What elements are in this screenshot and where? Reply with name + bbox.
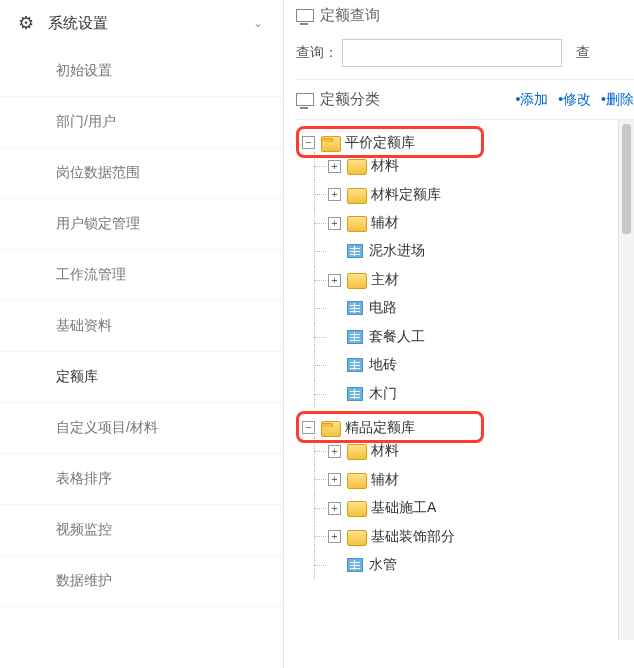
sidebar-item[interactable]: 视频监控: [0, 505, 283, 556]
tree-node: +基础装饰部分: [328, 522, 634, 551]
sidebar-item[interactable]: 定额库: [0, 352, 283, 403]
sidebar-item[interactable]: 工作流管理: [0, 250, 283, 301]
sidebar-item-label: 部门/用户: [56, 113, 116, 129]
sidebar-item[interactable]: 部门/用户: [0, 97, 283, 148]
tree-node-label: 地砖: [369, 356, 397, 374]
tree-node-row[interactable]: +基础施工A: [328, 499, 436, 517]
link-edit[interactable]: •修改: [558, 91, 591, 107]
tree-node-row[interactable]: 电路: [328, 299, 397, 317]
search-button[interactable]: 查: [576, 44, 590, 62]
sidebar-item-label: 表格排序: [56, 470, 112, 486]
tree-node: 电路: [328, 294, 634, 323]
tree-node-label: 材料: [371, 157, 399, 175]
sidebar-item-label: 工作流管理: [56, 266, 126, 282]
expand-icon[interactable]: +: [328, 530, 341, 543]
sidebar-item[interactable]: 自定义项目/材料: [0, 403, 283, 454]
folder-icon: [347, 159, 365, 173]
tree-node-row[interactable]: +辅材: [328, 214, 399, 232]
toggle-blank: [328, 302, 341, 315]
tree-node-label: 水管: [369, 556, 397, 574]
toggle-blank: [328, 558, 341, 571]
sidebar-item[interactable]: 初始设置: [0, 46, 283, 97]
tree-node: +主材: [328, 266, 634, 295]
tree-node: +材料定额库: [328, 180, 634, 209]
sidebar-item-label: 视频监控: [56, 521, 112, 537]
sidebar-item-label: 岗位数据范围: [56, 164, 140, 180]
tree-node-row[interactable]: +材料定额库: [328, 186, 441, 204]
tree-node: 地砖: [328, 351, 634, 380]
link-add[interactable]: •添加: [516, 91, 549, 107]
sidebar-item-label: 基础资料: [56, 317, 112, 333]
toggle-blank: [328, 330, 341, 343]
link-delete[interactable]: •删除: [601, 91, 634, 107]
expand-icon[interactable]: +: [328, 274, 341, 287]
sidebar-item[interactable]: 基础资料: [0, 301, 283, 352]
folder-icon: [347, 473, 365, 487]
main-panel: 定额查询 查询： 查 定额分类 •添加 •修改 •删除 −平价定额库+材料+材料…: [284, 0, 634, 668]
tree-node-row[interactable]: 泥水进场: [328, 242, 425, 260]
sidebar-item-label: 初始设置: [56, 62, 112, 78]
query-title-label: 定额查询: [320, 6, 380, 25]
tree-node-row[interactable]: 水管: [328, 556, 397, 574]
tree-node-label: 电路: [369, 299, 397, 317]
sidebar-header-label: 系统设置: [48, 14, 108, 33]
file-icon: [347, 358, 363, 372]
tree-node: +辅材: [328, 209, 634, 238]
file-icon: [347, 244, 363, 258]
sidebar-item[interactable]: 用户锁定管理: [0, 199, 283, 250]
search-label: 查询：: [296, 44, 338, 62]
tree-node-row[interactable]: 地砖: [328, 356, 397, 374]
tree-node: −平价定额库+材料+材料定额库+辅材泥水进场+主材电路套餐人工地砖木门: [302, 128, 634, 413]
tree-node-label: 套餐人工: [369, 328, 425, 346]
tree-node: +材料: [328, 437, 634, 466]
sidebar-item[interactable]: 数据维护: [0, 556, 283, 607]
tree-node-row[interactable]: 套餐人工: [328, 328, 425, 346]
sidebar-item[interactable]: 表格排序: [0, 454, 283, 505]
tree-node: +辅材: [328, 465, 634, 494]
tree-node-label: 材料定额库: [371, 186, 441, 204]
collapse-icon[interactable]: −: [302, 421, 315, 434]
sidebar-item[interactable]: 岗位数据范围: [0, 148, 283, 199]
folder-icon: [347, 530, 365, 544]
tree-node-row[interactable]: −精品定额库: [302, 419, 415, 437]
search-input[interactable]: [342, 39, 562, 67]
sidebar: ⚙ 系统设置 ⌄ 初始设置部门/用户岗位数据范围用户锁定管理工作流管理基础资料定…: [0, 0, 284, 668]
toggle-blank: [328, 359, 341, 372]
tree-node-row[interactable]: +材料: [328, 442, 399, 460]
tree-node-label: 精品定额库: [345, 419, 415, 437]
tree-node-row[interactable]: −平价定额库: [302, 134, 415, 152]
expand-icon[interactable]: +: [328, 160, 341, 173]
folder-icon: [321, 421, 339, 435]
expand-icon[interactable]: +: [328, 188, 341, 201]
collapse-icon[interactable]: −: [302, 136, 315, 149]
tree-node-label: 主材: [371, 271, 399, 289]
tree-node-label: 基础装饰部分: [371, 528, 455, 546]
query-section-title: 定额查询: [296, 0, 634, 31]
tree-node-row[interactable]: 木门: [328, 385, 397, 403]
expand-icon[interactable]: +: [328, 502, 341, 515]
sidebar-item-label: 用户锁定管理: [56, 215, 140, 231]
tree-node: 套餐人工: [328, 323, 634, 352]
tree-node-label: 辅材: [371, 471, 399, 489]
folder-icon: [347, 216, 365, 230]
tree-node-row[interactable]: +基础装饰部分: [328, 528, 455, 546]
folder-icon: [347, 501, 365, 515]
scrollbar-track[interactable]: [618, 120, 634, 640]
folder-icon: [321, 136, 339, 150]
expand-icon[interactable]: +: [328, 473, 341, 486]
tree-node-label: 泥水进场: [369, 242, 425, 260]
tree-node-row[interactable]: +辅材: [328, 471, 399, 489]
tree-node-label: 基础施工A: [371, 499, 436, 517]
expand-icon[interactable]: +: [328, 217, 341, 230]
file-icon: [347, 301, 363, 315]
sidebar-header-system-settings[interactable]: ⚙ 系统设置 ⌄: [0, 0, 283, 46]
tree-node-row[interactable]: +材料: [328, 157, 399, 175]
scrollbar-thumb[interactable]: [622, 124, 631, 234]
expand-icon[interactable]: +: [328, 445, 341, 458]
folder-icon: [347, 188, 365, 202]
tree-node: +材料: [328, 152, 634, 181]
sidebar-item-label: 数据维护: [56, 572, 112, 588]
tree-node-label: 平价定额库: [345, 134, 415, 152]
tree-node-row[interactable]: +主材: [328, 271, 399, 289]
search-row: 查询： 查: [296, 31, 634, 80]
